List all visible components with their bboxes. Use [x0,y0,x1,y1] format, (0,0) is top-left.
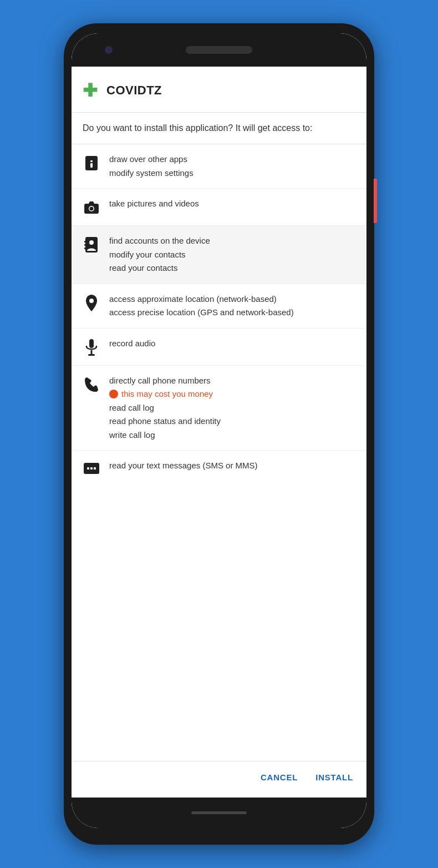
perm-text: read your contacts [109,262,210,275]
perm-text: write call log [109,429,221,442]
svg-rect-14 [91,350,93,354]
perm-texts-contacts: find accounts on the device modify your … [109,235,210,275]
svg-marker-4 [89,201,94,204]
perm-texts-phone: directly call phone numbers this may cos… [109,375,221,442]
dialog-actions: CANCEL INSTALL [72,761,366,798]
svg-rect-1 [90,160,93,162]
svg-rect-9 [84,241,86,243]
svg-rect-17 [87,467,89,470]
perm-text-warning: this may cost you money [109,388,221,401]
svg-rect-10 [84,244,86,246]
app-name: COVIDTZ [106,83,162,98]
svg-rect-11 [84,248,86,249]
permission-item-overlay: draw over other apps modify system setti… [72,144,366,189]
svg-point-6 [90,207,94,211]
permissions-list: draw over other apps modify system setti… [72,144,366,761]
perm-text: modify your contacts [109,249,210,261]
perm-text: access approximate location (network-bas… [109,293,294,306]
phone-device: ✚ COVIDTZ Do you want to install this ap… [64,23,374,845]
perm-text: modify system settings [109,167,193,180]
svg-rect-18 [90,467,93,470]
perm-text: take pictures and videos [109,198,199,210]
perm-text: read phone status and identity [109,415,221,428]
permission-item-location: access approximate location (network-bas… [72,284,366,329]
perm-texts-overlay: draw over other apps modify system setti… [109,153,193,179]
perm-text: record audio [109,337,155,350]
phone-screen: ✚ COVIDTZ Do you want to install this ap… [72,67,366,798]
side-button [374,179,377,223]
phone-camera [105,46,113,54]
phone-icon [83,376,100,393]
perm-text: draw over other apps [109,153,193,166]
contacts-icon [83,236,100,254]
phone-top-bar [72,33,366,67]
perm-texts-location: access approximate location (network-bas… [109,293,294,319]
install-button[interactable]: INSTALL [313,768,355,786]
permission-item-phone: directly call phone numbers this may cos… [72,366,366,451]
phone-bottom-bar [72,798,366,828]
app-icon: ✚ [83,80,98,101]
perm-texts-sms: read your text messages (SMS or MMS) [109,460,258,472]
perm-text: access precise location (GPS and network… [109,306,294,319]
permission-item-microphone: record audio [72,329,366,366]
perm-text: read call log [109,402,221,415]
phone-home-bar [191,811,247,814]
perm-text: find accounts on the device [109,235,210,248]
microphone-icon [83,339,100,356]
svg-rect-2 [90,163,93,168]
svg-rect-15 [88,354,95,356]
svg-rect-19 [94,467,96,470]
info-icon [83,154,100,172]
perm-text: read your text messages (SMS or MMS) [109,460,258,472]
svg-rect-13 [89,339,94,348]
svg-point-8 [89,240,94,245]
sms-icon [83,461,100,478]
warning-text: this may cost you money [121,388,213,401]
permission-item-sms: read your text messages (SMS or MMS) [72,451,366,487]
perm-texts-microphone: record audio [109,337,155,350]
phone-speaker [186,46,252,54]
install-dialog: ✚ COVIDTZ Do you want to install this ap… [72,67,366,798]
warning-dot-icon [109,390,118,398]
cancel-button[interactable]: CANCEL [258,768,300,786]
svg-point-12 [89,299,94,303]
perm-text-call: directly call phone numbers [109,375,221,387]
phone-screen-wrapper: ✚ COVIDTZ Do you want to install this ap… [72,33,366,828]
app-header: ✚ COVIDTZ [72,67,366,113]
camera-icon [83,199,100,216]
permission-item-camera: take pictures and videos [72,189,366,226]
perm-texts-camera: take pictures and videos [109,198,199,210]
location-icon [83,294,100,312]
install-prompt: Do you want to install this application?… [72,113,366,144]
permission-item-contacts: find accounts on the device modify your … [72,226,366,284]
